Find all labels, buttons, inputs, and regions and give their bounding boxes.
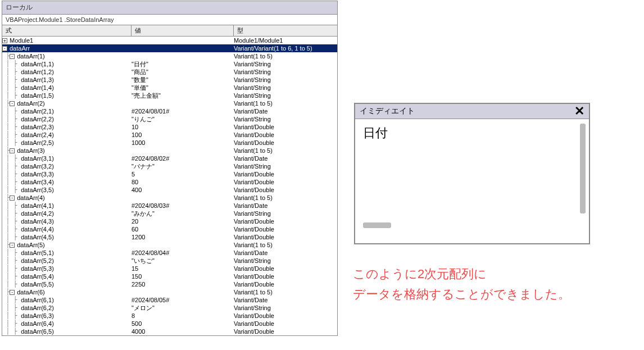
type-cell: Variant/String xyxy=(234,68,337,76)
type-cell: Variant/Double xyxy=(234,186,337,194)
locals-row[interactable]: │ ├ dataArr(5,3)15Variant/Double xyxy=(2,265,337,272)
immediate-titlebar: イミディエイト ✕ xyxy=(355,104,589,119)
immediate-title-text: イミディエイト xyxy=(360,106,415,116)
locals-row[interactable]: ├- dataArr(6)Variant(1 to 5) xyxy=(2,288,337,296)
value-cell: "日付" xyxy=(131,60,234,68)
locals-row[interactable]: │ ├ dataArr(1,3)"数量"Variant/String xyxy=(2,76,337,84)
locals-column-headers[interactable]: 式 値 型 xyxy=(2,25,337,37)
close-icon[interactable]: ✕ xyxy=(574,106,584,116)
expression-label: dataArr(1,3) xyxy=(21,76,54,84)
type-cell: Variant/Double xyxy=(234,265,337,272)
vertical-scrollbar[interactable] xyxy=(580,124,586,213)
locals-row[interactable]: │ ├ dataArr(2,1)#2024/08/01#Variant/Date xyxy=(2,107,337,115)
locals-tree[interactable]: + Module1Module1/Module1- dataArrVariant… xyxy=(2,37,337,335)
tree-branch-icon: │ ├ xyxy=(2,131,21,139)
expression-label: dataArr(3,1) xyxy=(21,154,54,162)
tree-branch-icon: │ ├ xyxy=(2,115,21,123)
locals-row[interactable]: │ ├ dataArr(4,5)1200Variant/Double xyxy=(2,233,337,241)
locals-row[interactable]: │ ├ dataArr(4,1)#2024/08/03#Variant/Date xyxy=(2,202,337,210)
locals-row[interactable]: │ ├ dataArr(5,1)#2024/08/04#Variant/Date xyxy=(2,249,337,257)
header-value[interactable]: 値 xyxy=(131,25,234,36)
value-cell: "りんご" xyxy=(131,115,234,123)
immediate-body[interactable]: 日付 xyxy=(355,119,589,231)
type-cell: Variant/String xyxy=(234,115,337,123)
expression-label: dataArr(3,4) xyxy=(21,178,54,186)
locals-row[interactable]: │ ├ dataArr(1,5)"売上金額"Variant/String xyxy=(2,92,337,99)
value-cell: "単価" xyxy=(131,84,234,92)
type-cell: Variant/Double xyxy=(234,131,337,139)
expand-icon[interactable]: + xyxy=(2,38,7,43)
tree-branch-icon: │ ├ xyxy=(2,304,21,312)
locals-row[interactable]: │ ├ dataArr(1,1)"日付"Variant/String xyxy=(2,60,337,68)
collapse-icon[interactable]: - xyxy=(10,196,15,201)
tree-branch-icon: │ ├ xyxy=(2,217,21,225)
header-type[interactable]: 型 xyxy=(234,25,337,36)
type-cell: Variant/Double xyxy=(234,233,337,241)
collapse-icon[interactable]: - xyxy=(10,290,15,295)
expression-label: dataArr xyxy=(10,44,30,52)
tree-branch-icon: │ ├ xyxy=(2,162,21,170)
horizontal-scrollbar[interactable] xyxy=(363,222,391,228)
tree-branch-icon: │ ├ xyxy=(2,233,21,241)
value-cell: "いちご" xyxy=(131,257,234,265)
value-cell: 1000 xyxy=(131,139,234,147)
tree-branch-icon: │ ├ xyxy=(2,68,21,76)
locals-row[interactable]: │ ├ dataArr(4,4)60Variant/Double xyxy=(2,225,337,233)
locals-row[interactable]: │ ├ dataArr(3,4)80Variant/Double xyxy=(2,178,337,186)
type-cell: Variant/Double xyxy=(234,312,337,320)
expression-label: dataArr(5) xyxy=(17,241,45,249)
type-cell: Variant/String xyxy=(234,84,337,92)
tree-branch-icon: │ ├ xyxy=(2,272,21,280)
locals-row[interactable]: ├- dataArr(3)Variant(1 to 5) xyxy=(2,147,337,154)
locals-row[interactable]: │ ├ dataArr(2,4)100Variant/Double xyxy=(2,131,337,139)
locals-row[interactable]: │ ├ dataArr(3,2)"バナナ"Variant/String xyxy=(2,162,337,170)
locals-row[interactable]: │ ├ dataArr(2,2)"りんご"Variant/String xyxy=(2,115,337,123)
locals-row[interactable]: │ ├ dataArr(6,5)4000Variant/Double xyxy=(2,328,337,335)
expression-label: dataArr(2,3) xyxy=(21,123,54,131)
locals-row[interactable]: + Module1Module1/Module1 xyxy=(2,37,337,44)
expression-label: dataArr(5,4) xyxy=(21,272,54,280)
collapse-icon[interactable]: - xyxy=(10,54,15,59)
expression-label: dataArr(3,3) xyxy=(21,170,54,178)
locals-row[interactable]: │ ├ dataArr(2,3)10Variant/Double xyxy=(2,123,337,131)
expression-label: dataArr(3) xyxy=(17,147,45,154)
locals-row[interactable]: │ ├ dataArr(5,2)"いちご"Variant/String xyxy=(2,257,337,265)
locals-row[interactable]: - dataArrVariant/Variant(1 to 6, 1 to 5) xyxy=(2,44,337,52)
expression-label: dataArr(1,2) xyxy=(21,68,54,76)
expression-label: dataArr(4,4) xyxy=(21,225,54,233)
locals-row[interactable]: │ ├ dataArr(4,2)"みかん"Variant/String xyxy=(2,210,337,217)
locals-row[interactable]: ├- dataArr(2)Variant(1 to 5) xyxy=(2,99,337,107)
locals-row[interactable]: │ ├ dataArr(3,3)5Variant/Double xyxy=(2,170,337,178)
locals-row[interactable]: │ ├ dataArr(6,3)8Variant/Double xyxy=(2,312,337,320)
locals-row[interactable]: │ ├ dataArr(1,2)"商品"Variant/String xyxy=(2,68,337,76)
locals-row[interactable]: ├- dataArr(5)Variant(1 to 5) xyxy=(2,241,337,249)
tree-branch-icon: │ ├ xyxy=(2,84,21,92)
collapse-icon[interactable]: - xyxy=(10,101,15,106)
type-cell: Variant/Double xyxy=(234,123,337,131)
collapse-icon[interactable]: - xyxy=(10,243,15,248)
value-cell: 1200 xyxy=(131,233,234,241)
locals-row[interactable]: │ ├ dataArr(6,2)"メロン"Variant/String xyxy=(2,304,337,312)
locals-row[interactable]: │ ├ dataArr(3,1)#2024/08/02#Variant/Date xyxy=(2,154,337,162)
locals-row[interactable]: │ ├ dataArr(1,4)"単価"Variant/String xyxy=(2,84,337,92)
collapse-icon[interactable]: - xyxy=(2,46,7,51)
tree-branch-icon: │ ├ xyxy=(2,76,21,84)
tree-branch-icon: ├ xyxy=(2,52,10,60)
expression-label: dataArr(4,5) xyxy=(21,233,54,241)
collapse-icon[interactable]: - xyxy=(10,148,15,153)
header-expression[interactable]: 式 xyxy=(2,25,131,36)
expression-label: dataArr(6,2) xyxy=(21,304,54,312)
locals-row[interactable]: │ ├ dataArr(5,4)150Variant/Double xyxy=(2,272,337,280)
locals-row[interactable]: │ ├ dataArr(6,4)500Variant/Double xyxy=(2,320,337,328)
locals-row[interactable]: │ ├ dataArr(6,1)#2024/08/05#Variant/Date xyxy=(2,296,337,304)
annotation-line-1: このように2次元配列に xyxy=(353,264,570,284)
tree-branch-icon: │ ├ xyxy=(2,202,21,210)
expression-label: dataArr(5,3) xyxy=(21,265,54,272)
type-cell: Variant(1 to 5) xyxy=(234,194,337,202)
locals-row[interactable]: │ ├ dataArr(3,5)400Variant/Double xyxy=(2,186,337,194)
locals-row[interactable]: │ ├ dataArr(2,5)1000Variant/Double xyxy=(2,139,337,147)
locals-row[interactable]: │ ├ dataArr(4,3)20Variant/Double xyxy=(2,217,337,225)
locals-row[interactable]: ├- dataArr(4)Variant(1 to 5) xyxy=(2,194,337,202)
locals-row[interactable]: │ ├ dataArr(5,5)2250Variant/Double xyxy=(2,280,337,288)
locals-row[interactable]: ├- dataArr(1)Variant(1 to 5) xyxy=(2,52,337,60)
